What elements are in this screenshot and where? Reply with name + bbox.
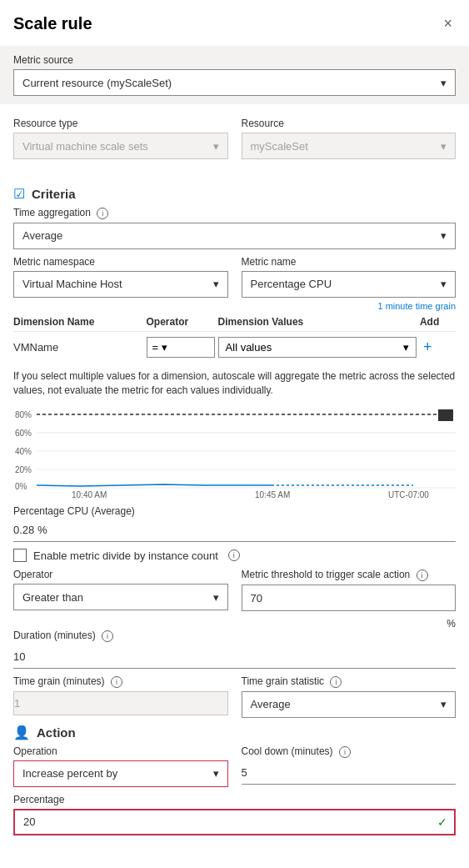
dimension-operator-cell: = ▾ bbox=[147, 331, 218, 363]
dimension-values-select[interactable]: All values ▾ bbox=[218, 337, 417, 358]
dimension-add-cell: + bbox=[420, 331, 456, 363]
metric-name-chevron: ▾ bbox=[441, 278, 447, 290]
time-aggregation-value: Average bbox=[22, 229, 62, 242]
time-aggregation-chevron: ▾ bbox=[441, 229, 447, 242]
operation-value: Increase percent by bbox=[22, 767, 117, 780]
metric-name-col: Metric name Percentage CPU ▾ bbox=[242, 256, 457, 298]
time-grain-col: Time grain (minutes) i bbox=[13, 675, 228, 718]
operator-chevron: ▾ bbox=[213, 591, 219, 604]
resource-type-value: Virtual machine scale sets bbox=[22, 140, 148, 153]
operator-col: Operator Greater than ▾ bbox=[13, 569, 228, 611]
cool-down-label: Cool down (minutes) i bbox=[242, 745, 457, 758]
criteria-title: Criteria bbox=[32, 187, 76, 201]
svg-text:20%: 20% bbox=[15, 465, 32, 474]
percentage-check-icon: ✓ bbox=[437, 815, 447, 829]
time-grain-row: Time grain (minutes) i Time grain statis… bbox=[13, 675, 456, 718]
action-icon: 👤 bbox=[13, 725, 30, 740]
metric-source-section: Metric source Current resource (myScaleS… bbox=[0, 46, 469, 104]
svg-text:40%: 40% bbox=[15, 447, 32, 456]
time-aggregation-select[interactable]: Average ▾ bbox=[13, 223, 456, 249]
metric-threshold-input[interactable] bbox=[242, 585, 457, 611]
close-button[interactable]: × bbox=[440, 12, 456, 36]
metric-namespace-chevron: ▾ bbox=[213, 278, 219, 290]
cool-down-col: Cool down (minutes) i bbox=[242, 745, 457, 787]
metric-namespace-value: Virtual Machine Host bbox=[22, 278, 122, 290]
duration-info-icon[interactable]: i bbox=[102, 630, 113, 642]
metric-threshold-info-icon[interactable]: i bbox=[417, 569, 428, 581]
resource-chevron: ▾ bbox=[441, 140, 447, 153]
enable-metric-checkbox[interactable] bbox=[13, 549, 27, 562]
svg-text:UTC-07:00: UTC-07:00 bbox=[388, 490, 429, 499]
percentage-row: Percentage ✓ bbox=[13, 794, 456, 835]
time-grain-statistic-label: Time grain statistic i bbox=[242, 675, 457, 688]
time-aggregation-label: Time aggregation i bbox=[13, 207, 456, 219]
dimension-info-text: If you select multiple values for a dime… bbox=[13, 369, 456, 398]
metric-source-chevron: ▾ bbox=[441, 77, 447, 89]
resource-select: myScaleSet ▾ bbox=[242, 133, 457, 159]
operator-value: Greater than bbox=[22, 591, 83, 604]
enable-metric-row: Enable metric divide by instance count i bbox=[13, 549, 456, 562]
operation-row: Operation Increase percent by ▾ Cool dow… bbox=[13, 745, 456, 787]
dimension-name-cell: VMName bbox=[13, 331, 147, 363]
resource-label: Resource bbox=[242, 118, 457, 129]
criteria-icon: ☑ bbox=[13, 186, 25, 202]
cool-down-input[interactable] bbox=[242, 761, 457, 785]
svg-text:10:45 AM: 10:45 AM bbox=[255, 490, 290, 499]
page-title: Scale rule bbox=[13, 14, 92, 33]
resource-row: Resource type Virtual machine scale sets… bbox=[0, 104, 469, 166]
duration-input[interactable] bbox=[13, 645, 456, 669]
percentage-label: Percentage bbox=[13, 794, 456, 805]
criteria-section: ☑ Criteria Time aggregation i Average ▾ … bbox=[0, 173, 469, 849]
duration-row: Duration (minutes) i bbox=[13, 630, 456, 669]
cool-down-info-icon[interactable]: i bbox=[339, 746, 351, 758]
duration-label: Duration (minutes) i bbox=[13, 630, 456, 642]
enable-metric-info-icon[interactable]: i bbox=[228, 549, 240, 561]
add-dimension-button[interactable]: + bbox=[420, 339, 436, 356]
resource-col: Resource myScaleSet ▾ bbox=[242, 118, 457, 159]
dimension-values-header: Dimension Values bbox=[218, 313, 420, 332]
time-grain-statistic-select[interactable]: Average ▾ bbox=[242, 691, 457, 718]
svg-text:80%: 80% bbox=[15, 410, 32, 419]
percent-suffix: % bbox=[13, 618, 456, 630]
resource-type-select: Virtual machine scale sets ▾ bbox=[13, 133, 228, 159]
svg-text:0%: 0% bbox=[15, 482, 27, 491]
metric-source-label: Metric source bbox=[13, 54, 456, 66]
dimension-operator-header: Operator bbox=[147, 313, 218, 332]
operator-threshold-row: Operator Greater than ▾ Metric threshold… bbox=[13, 569, 456, 611]
dimension-add-header: Add bbox=[420, 313, 456, 332]
operator-chevron: ▾ bbox=[162, 341, 167, 354]
metric-threshold-col: Metric threshold to trigger scale action… bbox=[242, 569, 457, 611]
metric-value-label: Percentage CPU (Average) bbox=[13, 505, 456, 517]
dimension-table: Dimension Name Operator Dimension Values… bbox=[13, 313, 456, 363]
time-aggregation-info-icon[interactable]: i bbox=[97, 208, 108, 219]
operation-select[interactable]: Increase percent by ▾ bbox=[13, 760, 228, 787]
time-grain-statistic-info-icon[interactable]: i bbox=[330, 676, 342, 688]
dimension-name-header: Dimension Name bbox=[13, 313, 147, 332]
metric-name-label: Metric name bbox=[242, 256, 457, 268]
metric-namespace-label: Metric namespace bbox=[13, 256, 228, 268]
metric-source-value: Current resource (myScaleSet) bbox=[22, 77, 172, 89]
time-grain-statistic-col: Time grain statistic i Average ▾ bbox=[242, 675, 457, 718]
metric-threshold-label: Metric threshold to trigger scale action… bbox=[242, 569, 457, 581]
resource-type-col: Resource type Virtual machine scale sets… bbox=[13, 118, 228, 159]
operator-select-field[interactable]: Greater than ▾ bbox=[13, 584, 228, 610]
metric-value-box: 0.28 % bbox=[13, 520, 456, 542]
operator-select[interactable]: = ▾ bbox=[147, 337, 215, 358]
metric-namespace-row: Metric namespace Virtual Machine Host ▾ … bbox=[13, 256, 456, 298]
metric-source-select[interactable]: Current resource (myScaleSet) ▾ bbox=[13, 69, 456, 96]
action-heading: 👤 Action bbox=[13, 725, 456, 740]
time-grain-info-icon[interactable]: i bbox=[111, 676, 122, 688]
resource-type-chevron: ▾ bbox=[213, 140, 219, 153]
resource-value: myScaleSet bbox=[251, 140, 308, 153]
enable-metric-label: Enable metric divide by instance count bbox=[33, 549, 218, 562]
metric-namespace-col: Metric namespace Virtual Machine Host ▾ bbox=[13, 256, 228, 298]
action-title: Action bbox=[37, 725, 76, 740]
metric-name-value: Percentage CPU bbox=[251, 278, 332, 290]
operator-label: Operator bbox=[13, 569, 228, 580]
metric-namespace-select[interactable]: Virtual Machine Host ▾ bbox=[13, 271, 228, 298]
resource-cols: Resource type Virtual machine scale sets… bbox=[13, 118, 456, 159]
operation-label: Operation bbox=[13, 745, 228, 757]
metric-value: 0.28 % bbox=[13, 524, 47, 536]
percentage-input[interactable] bbox=[13, 809, 456, 835]
metric-name-select[interactable]: Percentage CPU ▾ bbox=[242, 271, 457, 298]
